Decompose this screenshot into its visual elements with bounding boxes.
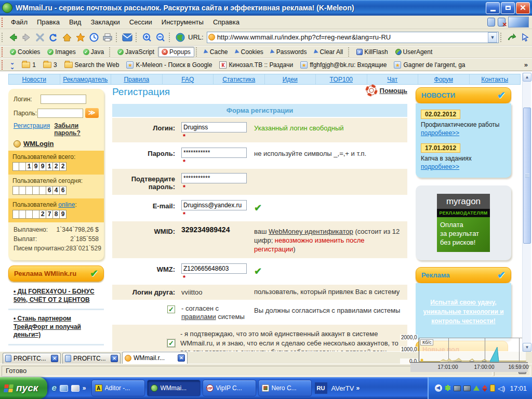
clear-all-button[interactable]: Clear All [311, 47, 347, 57]
nav-news[interactable]: Новости [9, 74, 60, 84]
single-account-checkbox[interactable]: ✓ [167, 339, 175, 347]
rules-link[interactable]: правилами [181, 313, 216, 321]
nav-ideas[interactable]: Идеи [265, 74, 316, 84]
mail-button[interactable] [121, 31, 134, 44]
start-button[interactable]: пуск [0, 377, 47, 399]
ad-panel-link[interactable]: Испытай свою удачу, уникальные технологи… [423, 299, 503, 325]
nav-faq[interactable]: FAQ [163, 74, 214, 84]
toggle-cookies[interactable]: ✓Cookies [6, 47, 44, 57]
scroll-down-button[interactable]: ▼ [523, 343, 531, 352]
quick-launch-chevron[interactable]: » [83, 384, 86, 392]
toggle-javascript[interactable]: ✓JavaScript [114, 47, 158, 57]
bookmark-kinozal[interactable]: ККинозал.ТВ :: Раздачи [216, 60, 297, 70]
print-button[interactable] [101, 31, 114, 44]
password-input[interactable] [181, 148, 247, 158]
menu-edit[interactable]: Правка [32, 17, 64, 28]
tab-wmmail-active[interactable]: WMmail.r... ✕ [122, 352, 188, 364]
agree-rules-checkbox[interactable]: ✓ [167, 305, 175, 313]
nav-advertiser[interactable]: Рекламодатель [60, 74, 112, 84]
home-button[interactable] [60, 31, 74, 44]
login-submit-button[interactable]: ≫ [85, 108, 99, 118]
task-avertv[interactable]: AVerTV [329, 384, 356, 392]
select-button[interactable] [518, 31, 532, 44]
back-button[interactable] [6, 31, 20, 44]
wmlogin-link[interactable]: WMLogin [8, 138, 104, 151]
volume-icon[interactable]: ◁) [498, 384, 505, 392]
taskbar-chevron[interactable]: » [356, 384, 360, 392]
login-input[interactable] [181, 122, 247, 132]
sidebar-login-input[interactable] [41, 95, 86, 104]
bookmarks-menu-button[interactable]: ⌄⌄ [6, 59, 18, 71]
tray-collapse-icon[interactable]: ◀ [435, 384, 442, 392]
menu-help[interactable]: Справка [208, 17, 244, 28]
task-vipip[interactable]: VIP VipIP C... [203, 380, 256, 396]
news-more-link[interactable]: подробнее>> [421, 129, 459, 137]
register-link[interactable]: Регистрация [14, 122, 50, 137]
scrollbar-thumb[interactable] [523, 108, 531, 244]
bookmark-kmeleon-google[interactable]: ★K-Meleon - Поиск в Google [123, 60, 216, 70]
language-indicator[interactable]: RU [315, 382, 327, 394]
useragent-button[interactable]: UserAgent [392, 47, 436, 57]
stop-button[interactable] [33, 31, 47, 44]
media-window-icon[interactable] [71, 385, 79, 392]
clear-passwords-button[interactable]: Passwords [267, 47, 311, 57]
myragon-banner[interactable]: myragon РЕКЛАМОДАТЕЛЯМ Оплата за результ… [437, 194, 490, 252]
ad-link[interactable]: • Стань партнером ТрейдФорт и получай де… [8, 310, 104, 345]
bookmarks-overflow-chevron[interactable]: » [520, 61, 532, 69]
webmoney-id-link[interactable]: WebMoney идентификатор [269, 228, 353, 235]
tab-profitc-1[interactable]: PROFITC... ✕ [3, 353, 61, 364]
email-input[interactable] [181, 200, 247, 210]
nav-contacts[interactable]: Контакты [470, 74, 521, 84]
tab-close-icon[interactable]: ✕ [111, 355, 118, 362]
task-wmmail[interactable]: WMmai... [147, 380, 201, 396]
sidebar-password-input[interactable] [37, 109, 83, 118]
bookmark-mail-inbox[interactable]: ★ffghfgjgh@bk.ru: Входящие [297, 60, 390, 70]
help-link[interactable]: Помощь [380, 87, 407, 95]
new-layer-icon[interactable] [487, 18, 495, 26]
confirm-password-input[interactable] [181, 173, 247, 183]
zoom-in-button[interactable] [140, 31, 154, 44]
menu-tools[interactable]: Инструменты [157, 17, 208, 28]
clear-cookies-button[interactable]: Cookies [232, 47, 267, 57]
close-layer-icon[interactable] [498, 18, 506, 26]
traffic-arrows-icon[interactable] [482, 385, 487, 392]
online-link[interactable]: online [58, 201, 75, 208]
forward-button[interactable] [20, 31, 33, 44]
wmz-input[interactable] [181, 263, 247, 274]
clear-cache-button[interactable]: Cache [201, 47, 232, 57]
toggle-popups[interactable]: ✕Popups [158, 47, 194, 57]
bookmark-folder-search[interactable]: Search the Web [61, 60, 123, 70]
toggle-java[interactable]: ✓Java [79, 47, 108, 57]
menu-file[interactable]: Файл [6, 17, 32, 28]
go-button[interactable] [505, 31, 518, 44]
tab-close-icon[interactable]: ✕ [178, 354, 185, 362]
url-input[interactable] [217, 33, 488, 41]
show-desktop-icon[interactable] [60, 385, 68, 392]
bookmark-folder-1[interactable]: 1 [18, 60, 39, 70]
reload-button[interactable] [47, 31, 60, 44]
close-button[interactable]: ✕ [516, 2, 530, 14]
nav-rules[interactable]: Правила [111, 74, 163, 84]
task-nero[interactable]: Nero C... [258, 380, 312, 396]
forgot-password-link[interactable]: Забыли пароль? [54, 122, 99, 137]
menu-sessions[interactable]: Сессии [125, 17, 157, 28]
history-button[interactable] [87, 31, 101, 44]
icq-icon[interactable]: ✽ [445, 384, 451, 392]
translate-button[interactable] [174, 31, 187, 44]
url-dropdown-button[interactable]: ▼ [488, 32, 497, 43]
menu-bookmarks[interactable]: Закладки [86, 17, 124, 28]
ie-icon[interactable]: e [51, 383, 56, 393]
minimize-button[interactable] [486, 2, 500, 14]
restore-button[interactable] [501, 2, 515, 14]
update-arrow-icon[interactable] [473, 385, 480, 391]
nav-stats[interactable]: Статистика [214, 74, 265, 84]
page-scrollbar[interactable]: ▲ ▼ [522, 73, 531, 352]
network-icon[interactable] [463, 385, 471, 391]
toggle-images[interactable]: ✓Images [44, 47, 79, 57]
scroll-up-button[interactable]: ▲ [523, 73, 531, 82]
nav-top100[interactable]: TOP100 [316, 74, 367, 84]
task-aditor[interactable]: A Aditor -... [91, 380, 145, 396]
ad-link[interactable]: • ДЦ FOREX4YOU - БОНУС 50%, СЧЁТ ОТ 2 ЦЕ… [8, 283, 104, 310]
ad-link[interactable]: • КАК ЗАРАБОТАТЬ 20$ В ДЕНЬ И БОЛЕЕ [8, 345, 104, 351]
nav-forum[interactable]: Форум [418, 74, 470, 84]
